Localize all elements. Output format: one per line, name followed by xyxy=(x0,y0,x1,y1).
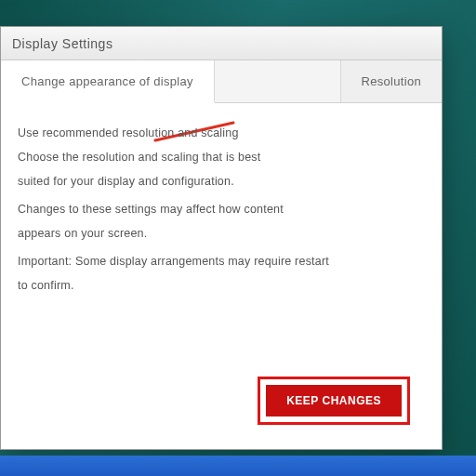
settings-window: Display Settings Change appearance of di… xyxy=(0,26,443,450)
window-titlebar[interactable]: Display Settings xyxy=(1,27,442,60)
body-line: Changes to these settings may affect how… xyxy=(18,200,425,218)
keep-changes-button[interactable]: Keep changes xyxy=(266,385,402,416)
button-label: Keep changes xyxy=(286,394,381,407)
body-line: suited for your display and configuratio… xyxy=(18,172,425,191)
body-line: Choose the resolution and scaling that i… xyxy=(18,148,425,166)
content-pane: Use recommended resolution and scaling C… xyxy=(1,103,442,449)
window-title: Display Settings xyxy=(12,36,112,51)
body-line: Important: Some display arrangements may… xyxy=(18,252,425,271)
annotation-rectangle: Keep changes xyxy=(258,377,410,425)
tab-appearance[interactable]: Change appearance of display xyxy=(1,60,215,103)
action-highlight-box: Keep changes xyxy=(258,377,410,425)
tab-bar: Change appearance of display Resolution xyxy=(1,60,442,103)
body-line: to confirm. xyxy=(18,276,425,295)
tab-resolution[interactable]: Resolution xyxy=(340,60,442,102)
taskbar[interactable] xyxy=(0,456,476,476)
tab-label: Resolution xyxy=(362,74,421,88)
body-line: Use recommended resolution and scaling xyxy=(18,124,425,142)
tab-label: Change appearance of display xyxy=(21,74,193,88)
body-line: appears on your screen. xyxy=(18,224,425,243)
